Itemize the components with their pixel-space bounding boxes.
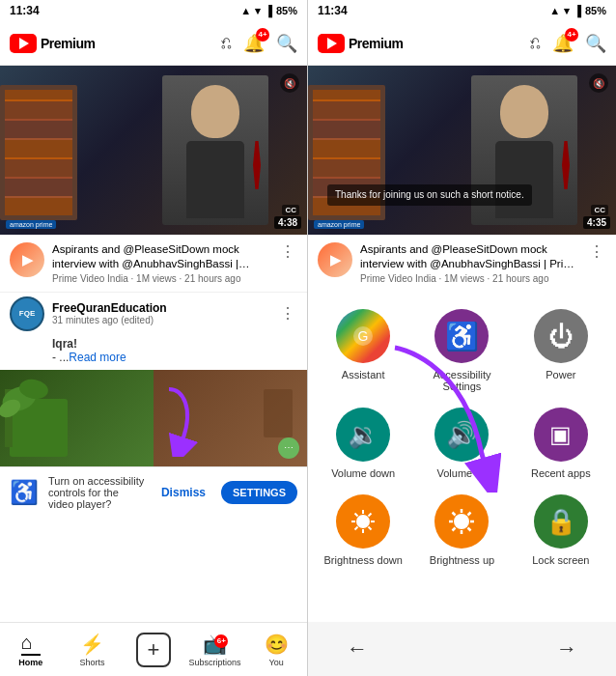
battery-icon: ▐ xyxy=(265,5,272,16)
recent-apps-icon: ▣ xyxy=(534,408,588,462)
notification-icon[interactable]: 🔔 4+ xyxy=(243,33,265,54)
battery-pct: 85% xyxy=(276,5,297,16)
video-bg-right xyxy=(308,66,616,235)
battery-icon-r: ▐ xyxy=(574,5,581,16)
channel-info: FreeQuranEducation 31 minutes ago (edite… xyxy=(52,301,270,325)
grid-item-brightness-up[interactable]: Brightness up xyxy=(430,494,494,566)
subscriptions-badge: 6+ xyxy=(214,634,228,648)
status-icons-right: ▲ ▾ ▐ 85% xyxy=(549,5,606,17)
svg-line-21 xyxy=(468,528,471,531)
status-icons-left: ▲ ▾ ▐ 85% xyxy=(240,5,297,17)
amazon-badge: amazon prime xyxy=(6,220,56,229)
more-button-channel[interactable]: ⋮ xyxy=(278,304,297,323)
video-thumbnail-right[interactable]: Thanks for joining us on such a short no… xyxy=(308,66,616,235)
yt-logo-right: Premium xyxy=(318,34,403,53)
post-content: Iqra! - ...Read more xyxy=(0,335,307,370)
lock-screen-label: Lock screen xyxy=(532,554,589,566)
more-button-video[interactable]: ⋮ xyxy=(278,242,297,261)
volume-down-label: Volume down xyxy=(331,467,395,479)
grid-item-vol-up[interactable]: 🔊 Volume up xyxy=(434,408,489,479)
bottom-nav-right: ← → xyxy=(308,622,616,676)
signal-icon: ▲ xyxy=(240,5,251,16)
cc-label[interactable]: CC xyxy=(282,205,299,215)
forward-arrow[interactable]: → xyxy=(556,636,577,662)
header-icons: ⎌ 🔔 4+ 🔍 xyxy=(221,33,297,54)
power-icon: ⏻ xyxy=(534,309,588,363)
post-body: - ...Read more xyxy=(52,351,297,364)
shorts-icon: ⚡ xyxy=(80,633,104,656)
three-dot-overlay[interactable]: ⋯ xyxy=(278,437,299,459)
mute-icon[interactable]: 🔇 xyxy=(280,73,299,93)
create-icon: + xyxy=(136,633,171,667)
grid-item-vol-down[interactable]: 🔉 Volume down xyxy=(331,408,395,479)
video-info-left: ▶ Aspirants and @PleaseSitDown mock inte… xyxy=(0,235,307,292)
cc-label-right[interactable]: CC xyxy=(591,205,608,215)
svg-text:G: G xyxy=(358,328,369,344)
cast-icon-right[interactable]: ⎌ xyxy=(530,33,541,53)
video-title-left: Aspirants and @PleaseSitDown mock interv… xyxy=(52,242,270,271)
nav-subscriptions[interactable]: 📺 6+ Subscriptions xyxy=(184,633,246,667)
accessibility-settings-icon: ♿ xyxy=(434,309,489,363)
app-title-left: Premium xyxy=(41,36,95,51)
volume-down-icon: 🔉 xyxy=(336,408,390,462)
grid-item-power[interactable]: ⏻ Power xyxy=(534,309,588,392)
time-left: 11:34 xyxy=(10,4,40,17)
svg-line-11 xyxy=(355,514,358,517)
accessibility-settings-label: Accessibility Settings xyxy=(434,369,491,392)
search-icon-right[interactable]: 🔍 xyxy=(585,33,606,54)
avatar-img: ▶ xyxy=(10,242,44,277)
left-screen: 11:34 ▲ ▾ ▐ 85% Premium ⎌ 🔔 4+ 🔍 � xyxy=(0,0,308,676)
svg-line-23 xyxy=(453,528,456,531)
home-icon: ⌂ xyxy=(21,632,41,656)
video-title-right: Aspirants and @PleaseSitDown mock interv… xyxy=(360,242,579,271)
battery-pct-r: 85% xyxy=(585,5,606,16)
dismiss-button[interactable]: Dismiss xyxy=(155,482,211,503)
brightness-up-icon xyxy=(434,494,489,549)
grid-item-assistant[interactable]: G Assistant xyxy=(336,309,390,392)
subtitle-overlay: Thanks for joining us on such a short no… xyxy=(327,184,532,206)
bottom-nav-left: ⌂ Home ⚡ Shorts + 📺 6+ Subscriptions 😊 Y… xyxy=(0,622,307,676)
back-arrow[interactable]: ← xyxy=(347,636,368,662)
search-icon[interactable]: 🔍 xyxy=(276,33,297,54)
app-header-left: Premium ⎌ 🔔 4+ 🔍 xyxy=(0,21,307,66)
assistant-label: Assistant xyxy=(342,369,385,380)
notification-badge-right: 4+ xyxy=(565,28,578,42)
recent-apps-label: Recent apps xyxy=(531,467,591,479)
svg-point-15 xyxy=(454,514,469,529)
mute-icon-right[interactable]: 🔇 xyxy=(589,73,608,93)
notification-icon-right[interactable]: 🔔 4+ xyxy=(552,33,574,54)
video-text-right: Aspirants and @PleaseSitDown mock interv… xyxy=(360,242,579,284)
nav-shorts[interactable]: ⚡ Shorts xyxy=(62,633,124,667)
grid-item-lock-screen[interactable]: 🔒 Lock screen xyxy=(532,494,589,566)
svg-line-20 xyxy=(453,513,456,516)
grid-item-accessibility[interactable]: ♿ Accessibility Settings xyxy=(434,309,491,392)
more-button-video-right[interactable]: ⋮ xyxy=(587,242,606,261)
right-screen: 11:34 ▲ ▾ ▐ 85% Premium ⎌ 🔔 4+ 🔍 T xyxy=(308,0,616,676)
brightness-up-label: Brightness up xyxy=(430,554,494,566)
settings-button[interactable]: SETTINGS xyxy=(221,481,297,504)
nav-home[interactable]: ⌂ Home xyxy=(0,632,62,667)
grid-item-brightness-down[interactable]: Brightness down xyxy=(324,494,403,566)
channel-avatar-prime-right[interactable]: ▶ xyxy=(318,242,352,277)
nav-create[interactable]: + xyxy=(123,633,184,667)
video-text: Aspirants and @PleaseSitDown mock interv… xyxy=(52,242,270,284)
video-thumbnail-left[interactable]: 🔇 CC 4:38 amazon prime xyxy=(0,66,307,235)
lock-screen-icon: 🔒 xyxy=(534,494,588,549)
notification-badge: 4+ xyxy=(256,28,269,42)
nav-you[interactable]: 😊 You xyxy=(245,633,307,667)
channel-avatar-prime[interactable]: ▶ xyxy=(10,242,44,277)
svg-line-14 xyxy=(355,527,358,530)
youtube-icon xyxy=(10,34,37,53)
read-more-link[interactable]: Read more xyxy=(69,351,126,364)
post-image-left xyxy=(0,370,154,466)
post-images: ⋯ xyxy=(0,370,307,466)
time-right: 11:34 xyxy=(318,4,348,17)
video-duration-left: 4:38 xyxy=(274,216,301,229)
accessibility-icon: ♿ xyxy=(10,479,39,506)
grid-item-recent[interactable]: ▣ Recent apps xyxy=(531,408,591,479)
fqe-logo: FQE xyxy=(12,298,42,329)
video-person xyxy=(162,75,268,225)
cast-icon[interactable]: ⎌ xyxy=(221,33,232,53)
wifi-icon: ▾ xyxy=(255,5,261,17)
video-bg xyxy=(0,66,307,235)
